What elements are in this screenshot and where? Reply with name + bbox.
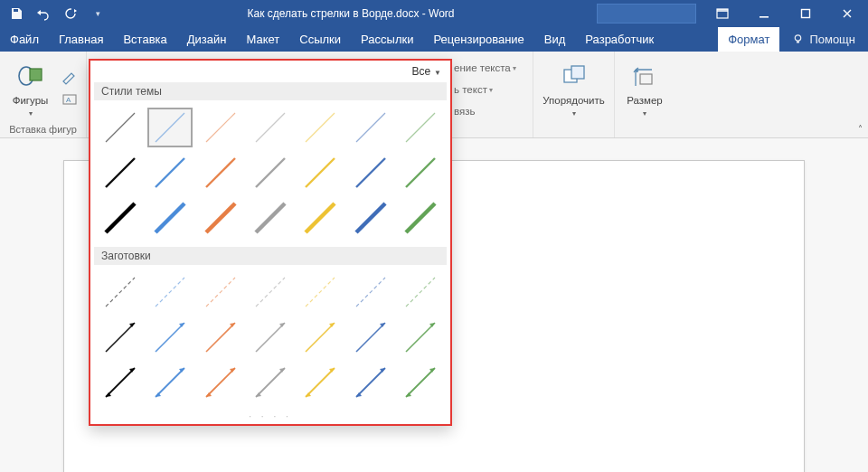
svg-line-31: [256, 203, 285, 232]
arrange-button[interactable]: Упорядочить: [540, 59, 609, 118]
style-swatch[interactable]: [348, 363, 392, 402]
style-swatch[interactable]: [348, 108, 392, 147]
style-swatch[interactable]: [248, 108, 292, 147]
svg-line-42: [106, 323, 135, 352]
redo-icon[interactable]: [63, 6, 78, 21]
style-swatch[interactable]: [248, 198, 292, 238]
svg-line-27: [406, 158, 435, 187]
style-swatch[interactable]: [399, 272, 443, 312]
style-swatch[interactable]: [348, 198, 392, 238]
style-swatch[interactable]: [147, 363, 192, 402]
style-swatch[interactable]: [348, 317, 392, 357]
size-icon: [630, 62, 659, 91]
svg-line-51: [206, 368, 235, 397]
style-swatch[interactable]: [248, 153, 292, 193]
svg-rect-12: [571, 66, 584, 79]
minimize-icon[interactable]: [743, 0, 785, 27]
maximize-icon[interactable]: [785, 0, 826, 27]
style-swatch[interactable]: [248, 272, 292, 312]
style-swatch[interactable]: [147, 198, 192, 238]
svg-line-39: [306, 278, 335, 307]
tab-view[interactable]: Вид: [534, 27, 576, 52]
tab-home[interactable]: Главная: [49, 27, 113, 52]
style-swatch[interactable]: [348, 153, 392, 193]
style-swatch[interactable]: [298, 317, 343, 357]
style-swatch[interactable]: [298, 198, 343, 238]
svg-line-41: [406, 278, 435, 307]
ribbon-display-options-icon[interactable]: [702, 0, 743, 27]
style-swatch[interactable]: [298, 363, 343, 402]
svg-line-36: [156, 278, 184, 307]
svg-line-29: [156, 203, 184, 232]
style-swatch[interactable]: [98, 363, 142, 402]
tab-file[interactable]: Файл: [0, 27, 49, 52]
style-swatch[interactable]: [348, 272, 392, 312]
close-icon[interactable]: [826, 0, 868, 27]
edit-shape-icon[interactable]: [60, 69, 80, 87]
style-swatch[interactable]: [399, 363, 443, 402]
arrange-icon: [560, 62, 589, 91]
style-swatch[interactable]: [198, 108, 242, 147]
tab-developer[interactable]: Разработчик: [575, 27, 664, 52]
svg-line-55: [406, 368, 435, 397]
tab-format[interactable]: Формат: [718, 27, 779, 52]
create-link-partial[interactable]: вязь: [454, 106, 475, 117]
style-swatch[interactable]: [399, 317, 443, 357]
gallery-category-theme: Стили темы: [94, 82, 447, 100]
tell-me-help[interactable]: Помощн: [779, 27, 868, 52]
tab-references[interactable]: Ссылки: [289, 27, 351, 52]
style-swatch[interactable]: [298, 153, 343, 193]
svg-line-49: [106, 368, 135, 397]
style-swatch[interactable]: [98, 272, 142, 312]
style-swatch[interactable]: [248, 317, 292, 357]
gallery-resize-handle[interactable]: · · · ·: [90, 411, 450, 419]
style-swatch[interactable]: [298, 272, 343, 312]
style-swatch[interactable]: [198, 198, 242, 238]
style-swatch[interactable]: [198, 153, 242, 193]
undo-icon[interactable]: [36, 6, 51, 21]
qat-customize-icon[interactable]: ▾: [90, 6, 105, 21]
tab-mailings[interactable]: Рассылки: [351, 27, 423, 52]
style-swatch[interactable]: [399, 198, 443, 238]
style-swatch[interactable]: [298, 108, 343, 147]
svg-line-45: [256, 323, 285, 352]
svg-line-14: [106, 113, 135, 142]
window-controls: [702, 0, 868, 27]
user-account-block[interactable]: [597, 4, 696, 24]
wrap-text-partial[interactable]: ение текста▾: [454, 62, 516, 73]
svg-line-18: [306, 113, 335, 142]
style-swatch[interactable]: [98, 317, 142, 357]
move-text-partial[interactable]: ь текст▾: [454, 84, 493, 95]
tab-review[interactable]: Рецензирование: [423, 27, 533, 52]
save-icon[interactable]: [9, 6, 24, 21]
svg-line-15: [156, 113, 184, 142]
style-swatch[interactable]: [98, 108, 142, 147]
tab-insert[interactable]: Вставка: [113, 27, 176, 52]
style-swatch[interactable]: [98, 198, 142, 238]
style-swatch[interactable]: [147, 153, 192, 193]
svg-line-22: [156, 158, 184, 187]
style-swatch[interactable]: [399, 108, 443, 147]
style-swatch[interactable]: [147, 108, 192, 147]
svg-line-33: [356, 203, 385, 232]
style-swatch[interactable]: [248, 363, 292, 402]
svg-line-16: [206, 113, 235, 142]
svg-line-25: [306, 158, 335, 187]
group-label-insert-shapes: Вставка фигур: [9, 121, 77, 137]
tab-layout[interactable]: Макет: [236, 27, 289, 52]
style-swatch[interactable]: [147, 317, 192, 357]
shapes-button[interactable]: Фигуры: [7, 59, 54, 118]
style-swatch[interactable]: [147, 272, 192, 312]
draw-textbox-icon[interactable]: A: [60, 90, 80, 109]
svg-line-38: [256, 278, 285, 307]
style-swatch[interactable]: [198, 363, 242, 402]
tab-design[interactable]: Дизайн: [177, 27, 237, 52]
svg-line-23: [206, 158, 235, 187]
gallery-filter-all[interactable]: Все▼: [411, 65, 441, 78]
collapse-ribbon-icon[interactable]: ˄: [858, 124, 863, 134]
style-swatch[interactable]: [399, 153, 443, 193]
style-swatch[interactable]: [198, 317, 242, 357]
size-button[interactable]: Размер: [620, 59, 669, 118]
style-swatch[interactable]: [198, 272, 242, 312]
style-swatch[interactable]: [98, 153, 142, 193]
